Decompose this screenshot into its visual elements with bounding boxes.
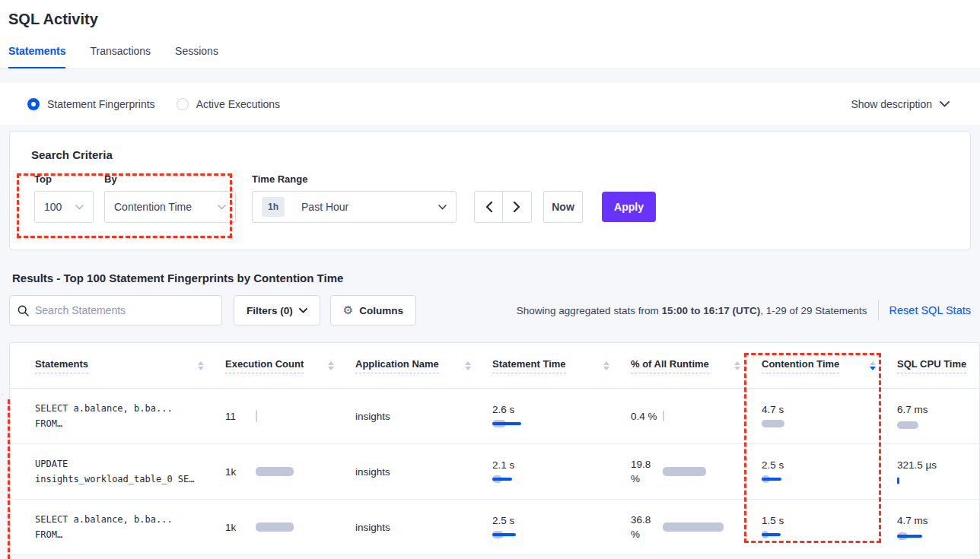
app-header: SQL Activity StatementsTransactionsSessi… bbox=[0, 0, 980, 69]
show-description-label: Show description bbox=[851, 98, 932, 110]
column-header-label[interactable]: Statements bbox=[35, 358, 88, 373]
search-criteria-heading: Search Criteria bbox=[31, 148, 970, 161]
search-statements-box[interactable] bbox=[9, 295, 222, 326]
statement-fingerprint[interactable]: UPDATEinsights_workload_table_0 SE… bbox=[35, 456, 225, 487]
runtime-percent-bar bbox=[663, 410, 746, 422]
column-header-label[interactable]: Application Name bbox=[355, 358, 439, 373]
statement-fingerprint[interactable]: SELECT a.balance, b.ba...FROM… bbox=[35, 401, 225, 431]
column-header-label[interactable]: SQL CPU Time bbox=[897, 358, 966, 373]
search-criteria-card: Search Criteria Top 100 By Contention Ti… bbox=[9, 131, 971, 250]
runtime-percent-bar bbox=[663, 465, 746, 478]
runtime-percent-value: 0.4 % bbox=[631, 409, 663, 424]
table-row[interactable]: SELECT a.balance, b.ba...FROM… 11 insigh… bbox=[10, 389, 979, 444]
column-header-label[interactable]: % of All Runtime bbox=[631, 358, 709, 373]
top-select-value: 100 bbox=[44, 201, 62, 213]
runtime-percent-value: 19.8 % bbox=[631, 457, 663, 486]
radio-statement-fingerprints[interactable]: Statement Fingerprints bbox=[27, 98, 155, 110]
contention-time-value: 2.5 s bbox=[762, 459, 882, 471]
runtime-percent-bar bbox=[663, 521, 746, 533]
statement-time-bar bbox=[492, 475, 616, 484]
vertical-divider bbox=[878, 300, 879, 321]
statement-time-value: 2.5 s bbox=[492, 515, 616, 526]
application-name-value: insights bbox=[355, 411, 492, 422]
chevron-down-icon bbox=[438, 205, 447, 210]
next-time-range-button[interactable] bbox=[503, 192, 531, 222]
now-button[interactable]: Now bbox=[543, 191, 583, 223]
time-step-buttons bbox=[474, 191, 532, 223]
time-range-value: Past Hour bbox=[301, 201, 348, 213]
execution-count-value: 11 bbox=[225, 411, 256, 422]
application-name-value: insights bbox=[355, 522, 492, 533]
execution-count-bar bbox=[256, 521, 340, 533]
contention-time-bar bbox=[762, 530, 882, 539]
chevron-down-icon bbox=[75, 205, 84, 210]
filters-button-label: Filters (0) bbox=[247, 305, 293, 316]
sort-icon[interactable] bbox=[734, 361, 740, 370]
top-select[interactable]: 100 bbox=[34, 191, 94, 223]
statement-time-bar bbox=[492, 530, 616, 539]
gear-icon: ⚙ bbox=[343, 303, 353, 317]
sort-icon[interactable] bbox=[328, 361, 334, 370]
column-header-label[interactable]: Contention Time bbox=[762, 358, 839, 373]
statement-time-bar bbox=[492, 419, 616, 428]
contention-time-bar bbox=[762, 419, 882, 428]
radio-active-executions[interactable]: Active Executions bbox=[177, 98, 281, 110]
tab-transactions[interactable]: Transactions bbox=[90, 45, 151, 68]
tab-bar: StatementsTransactionsSessions bbox=[8, 45, 968, 68]
time-range-select[interactable]: 1h Past Hour bbox=[252, 191, 457, 223]
results-heading: Results - Top 100 Statement Fingerprints… bbox=[12, 272, 980, 284]
execution-count-bar bbox=[256, 465, 340, 478]
radio-unselected-icon[interactable] bbox=[177, 98, 189, 110]
sql-cpu-time-value: 4.7 ms bbox=[897, 513, 938, 528]
time-range-label: Time Range bbox=[252, 173, 457, 185]
column-header-label[interactable]: Statement Time bbox=[492, 358, 566, 373]
previous-time-range-button[interactable] bbox=[475, 192, 503, 222]
application-name-value: insights bbox=[355, 466, 492, 478]
statement-time-value: 2.6 s bbox=[492, 404, 616, 415]
sql-cpu-time-bar bbox=[897, 476, 964, 485]
by-select[interactable]: Contention Time bbox=[104, 191, 236, 223]
columns-button-label: Columns bbox=[359, 305, 403, 316]
sort-icon[interactable] bbox=[465, 361, 471, 370]
sql-cpu-time-bar bbox=[897, 532, 964, 541]
contention-time-bar bbox=[762, 475, 882, 484]
radio-selected-icon[interactable] bbox=[27, 98, 40, 110]
show-description-toggle[interactable]: Show description bbox=[851, 98, 950, 110]
columns-button[interactable]: ⚙ Columns bbox=[330, 295, 416, 326]
chevron-down-icon bbox=[299, 308, 307, 313]
radio-label: Statement Fingerprints bbox=[47, 98, 155, 110]
chevron-down-icon bbox=[218, 205, 226, 210]
statement-time-value: 2.1 s bbox=[492, 459, 616, 471]
table-header-row: Statements Execution Count Application N… bbox=[10, 343, 979, 389]
table-row[interactable]: UPDATEinsights_workload_table_0 SE… 1k i… bbox=[10, 444, 979, 500]
table-row[interactable]: SELECT a.balance, b.ba...FROM… 1k insigh… bbox=[10, 500, 979, 555]
contention-time-value: 4.7 s bbox=[762, 404, 882, 415]
sql-cpu-time-value: 6.7 ms bbox=[897, 402, 938, 417]
time-range-badge: 1h bbox=[262, 197, 285, 217]
top-label: Top bbox=[34, 173, 94, 185]
sort-icon[interactable] bbox=[870, 361, 876, 370]
column-header-label[interactable]: Execution Count bbox=[225, 358, 304, 373]
statements-table: Statements Execution Count Application N… bbox=[9, 342, 980, 555]
runtime-percent-value: 36.8 % bbox=[631, 513, 663, 542]
contention-time-value: 1.5 s bbox=[762, 515, 882, 526]
stats-time-range: 15:00 to 16:17 (UTC) bbox=[661, 305, 760, 316]
reset-sql-stats-link[interactable]: Reset SQL Stats bbox=[889, 304, 971, 316]
page-title: SQL Activity bbox=[8, 11, 968, 28]
by-label: By bbox=[104, 173, 236, 185]
tab-statements[interactable]: Statements bbox=[8, 45, 65, 68]
apply-button[interactable]: Apply bbox=[602, 192, 656, 222]
statement-fingerprint[interactable]: SELECT a.balance, b.ba...FROM… bbox=[35, 512, 225, 542]
tab-sessions[interactable]: Sessions bbox=[175, 45, 218, 68]
execution-count-value: 1k bbox=[225, 522, 256, 533]
filters-button[interactable]: Filters (0) bbox=[234, 295, 320, 326]
sql-cpu-time-bar bbox=[897, 421, 964, 430]
sort-icon[interactable] bbox=[603, 361, 609, 370]
sort-icon[interactable] bbox=[198, 361, 204, 370]
aggregated-stats-text: Showing aggregated stats from 15:00 to 1… bbox=[517, 305, 867, 316]
radio-label: Active Executions bbox=[196, 98, 281, 110]
by-select-value: Contention Time bbox=[114, 201, 192, 213]
search-icon bbox=[18, 305, 29, 316]
search-statements-input[interactable] bbox=[35, 304, 214, 316]
chevron-down-icon bbox=[940, 101, 950, 107]
